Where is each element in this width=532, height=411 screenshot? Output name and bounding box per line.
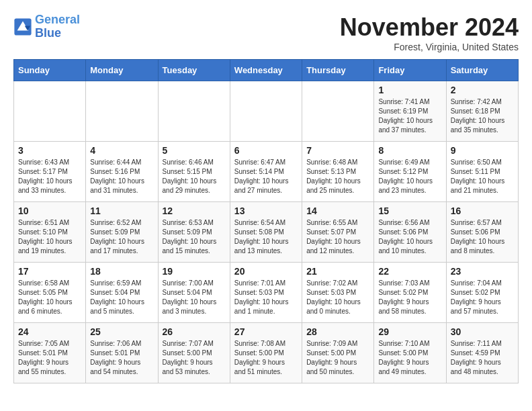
calendar-cell: 9Sunrise: 6:50 AM Sunset: 5:11 PM Daylig… <box>446 142 518 202</box>
calendar-cell: 22Sunrise: 7:03 AM Sunset: 5:02 PM Dayli… <box>374 263 446 323</box>
day-info: Sunrise: 7:07 AM Sunset: 5:00 PM Dayligh… <box>163 339 226 377</box>
day-info: Sunrise: 7:08 AM Sunset: 5:00 PM Dayligh… <box>234 339 298 377</box>
day-number: 13 <box>234 205 298 216</box>
day-number: 28 <box>306 326 369 337</box>
day-info: Sunrise: 7:10 AM Sunset: 5:00 PM Dayligh… <box>378 339 441 377</box>
day-info: Sunrise: 6:44 AM Sunset: 5:16 PM Dayligh… <box>90 158 153 195</box>
calendar-cell: 6Sunrise: 6:47 AM Sunset: 5:14 PM Daylig… <box>230 142 302 202</box>
day-number: 20 <box>234 266 298 277</box>
day-number: 7 <box>306 145 369 156</box>
day-number: 16 <box>451 205 514 216</box>
day-number: 2 <box>451 85 514 95</box>
day-number: 1 <box>378 85 441 95</box>
day-number: 18 <box>90 266 153 277</box>
day-number: 15 <box>378 205 441 216</box>
calendar-cell: 26Sunrise: 7:07 AM Sunset: 5:00 PM Dayli… <box>158 323 230 383</box>
day-info: Sunrise: 6:53 AM Sunset: 5:09 PM Dayligh… <box>163 218 226 256</box>
week-row-5: 24Sunrise: 7:05 AM Sunset: 5:01 PM Dayli… <box>14 323 519 383</box>
day-number: 26 <box>163 326 226 337</box>
day-number: 5 <box>163 145 226 156</box>
calendar-cell: 19Sunrise: 7:00 AM Sunset: 5:04 PM Dayli… <box>158 263 230 323</box>
logo-text: General Blue <box>35 13 80 40</box>
day-header-thursday: Thursday <box>302 60 374 81</box>
calendar-cell: 10Sunrise: 6:51 AM Sunset: 5:10 PM Dayli… <box>14 202 86 263</box>
day-number: 21 <box>306 266 369 277</box>
day-info: Sunrise: 7:11 AM Sunset: 4:59 PM Dayligh… <box>451 339 514 377</box>
day-info: Sunrise: 6:51 AM Sunset: 5:10 PM Dayligh… <box>18 218 81 256</box>
calendar-cell <box>230 81 302 142</box>
day-number: 3 <box>18 145 81 156</box>
day-info: Sunrise: 7:42 AM Sunset: 6:18 PM Dayligh… <box>451 97 514 135</box>
logo-line2: Blue <box>35 26 61 40</box>
day-info: Sunrise: 7:00 AM Sunset: 5:04 PM Dayligh… <box>163 279 226 316</box>
calendar-cell: 14Sunrise: 6:55 AM Sunset: 5:07 PM Dayli… <box>302 202 374 263</box>
title-area: November 2024 Forest, Virginia, United S… <box>340 13 519 52</box>
day-number: 24 <box>18 326 81 337</box>
day-number: 10 <box>18 205 81 216</box>
day-info: Sunrise: 6:49 AM Sunset: 5:12 PM Dayligh… <box>378 158 441 195</box>
calendar-cell: 13Sunrise: 6:54 AM Sunset: 5:08 PM Dayli… <box>230 202 302 263</box>
day-number: 22 <box>378 266 441 277</box>
calendar-cell: 4Sunrise: 6:44 AM Sunset: 5:16 PM Daylig… <box>86 142 158 202</box>
calendar-cell: 30Sunrise: 7:11 AM Sunset: 4:59 PM Dayli… <box>446 323 518 383</box>
calendar-cell: 24Sunrise: 7:05 AM Sunset: 5:01 PM Dayli… <box>14 323 86 383</box>
day-number: 14 <box>306 205 369 216</box>
week-row-3: 10Sunrise: 6:51 AM Sunset: 5:10 PM Dayli… <box>14 202 519 263</box>
calendar-cell: 2Sunrise: 7:42 AM Sunset: 6:18 PM Daylig… <box>446 81 518 142</box>
logo: General Blue <box>13 13 80 40</box>
calendar-cell: 11Sunrise: 6:52 AM Sunset: 5:09 PM Dayli… <box>86 202 158 263</box>
calendar-cell <box>14 81 86 142</box>
calendar-cell: 27Sunrise: 7:08 AM Sunset: 5:00 PM Dayli… <box>230 323 302 383</box>
day-number: 25 <box>90 326 153 337</box>
calendar-cell: 7Sunrise: 6:48 AM Sunset: 5:13 PM Daylig… <box>302 142 374 202</box>
day-info: Sunrise: 7:01 AM Sunset: 5:03 PM Dayligh… <box>234 279 298 316</box>
calendar-cell: 21Sunrise: 7:02 AM Sunset: 5:03 PM Dayli… <box>302 263 374 323</box>
day-number: 30 <box>451 326 514 337</box>
calendar-cell: 17Sunrise: 6:58 AM Sunset: 5:05 PM Dayli… <box>14 263 86 323</box>
day-info: Sunrise: 6:50 AM Sunset: 5:11 PM Dayligh… <box>451 158 514 195</box>
location: Forest, Virginia, United States <box>340 42 519 52</box>
day-info: Sunrise: 7:05 AM Sunset: 5:01 PM Dayligh… <box>18 339 81 377</box>
day-info: Sunrise: 6:56 AM Sunset: 5:06 PM Dayligh… <box>378 218 441 256</box>
day-number: 29 <box>378 326 441 337</box>
calendar-cell <box>86 81 158 142</box>
day-info: Sunrise: 6:54 AM Sunset: 5:08 PM Dayligh… <box>234 218 298 256</box>
calendar-cell: 8Sunrise: 6:49 AM Sunset: 5:12 PM Daylig… <box>374 142 446 202</box>
day-header-wednesday: Wednesday <box>230 60 302 81</box>
calendar-cell: 20Sunrise: 7:01 AM Sunset: 5:03 PM Dayli… <box>230 263 302 323</box>
day-info: Sunrise: 7:06 AM Sunset: 5:01 PM Dayligh… <box>90 339 153 377</box>
calendar-table: SundayMondayTuesdayWednesdayThursdayFrid… <box>13 59 519 383</box>
calendar-cell: 28Sunrise: 7:09 AM Sunset: 5:00 PM Dayli… <box>302 323 374 383</box>
day-info: Sunrise: 6:52 AM Sunset: 5:09 PM Dayligh… <box>90 218 153 256</box>
calendar-cell: 5Sunrise: 6:46 AM Sunset: 5:15 PM Daylig… <box>158 142 230 202</box>
day-number: 8 <box>378 145 441 156</box>
day-header-sunday: Sunday <box>14 60 86 81</box>
day-number: 11 <box>90 205 153 216</box>
day-number: 19 <box>163 266 226 277</box>
calendar-cell: 25Sunrise: 7:06 AM Sunset: 5:01 PM Dayli… <box>86 323 158 383</box>
day-header-saturday: Saturday <box>446 60 518 81</box>
day-number: 6 <box>234 145 298 156</box>
logo-line1: General <box>35 13 80 26</box>
day-info: Sunrise: 6:48 AM Sunset: 5:13 PM Dayligh… <box>306 158 369 195</box>
calendar-cell: 3Sunrise: 6:43 AM Sunset: 5:17 PM Daylig… <box>14 142 86 202</box>
day-number: 17 <box>18 266 81 277</box>
day-info: Sunrise: 7:04 AM Sunset: 5:02 PM Dayligh… <box>451 279 514 316</box>
calendar-cell: 29Sunrise: 7:10 AM Sunset: 5:00 PM Dayli… <box>374 323 446 383</box>
day-number: 12 <box>163 205 226 216</box>
day-info: Sunrise: 7:41 AM Sunset: 6:19 PM Dayligh… <box>378 97 441 135</box>
day-number: 4 <box>90 145 153 156</box>
header: General Blue November 2024 Forest, Virgi… <box>13 13 519 52</box>
calendar-cell: 23Sunrise: 7:04 AM Sunset: 5:02 PM Dayli… <box>446 263 518 323</box>
calendar-cell <box>158 81 230 142</box>
day-info: Sunrise: 7:03 AM Sunset: 5:02 PM Dayligh… <box>378 279 441 316</box>
day-info: Sunrise: 6:59 AM Sunset: 5:04 PM Dayligh… <box>90 279 153 316</box>
day-number: 27 <box>234 326 298 337</box>
day-info: Sunrise: 6:58 AM Sunset: 5:05 PM Dayligh… <box>18 279 81 316</box>
days-header-row: SundayMondayTuesdayWednesdayThursdayFrid… <box>14 60 519 81</box>
calendar-cell: 15Sunrise: 6:56 AM Sunset: 5:06 PM Dayli… <box>374 202 446 263</box>
logo-icon <box>13 17 32 36</box>
day-info: Sunrise: 6:47 AM Sunset: 5:14 PM Dayligh… <box>234 158 298 195</box>
calendar-cell <box>302 81 374 142</box>
day-header-monday: Monday <box>86 60 158 81</box>
